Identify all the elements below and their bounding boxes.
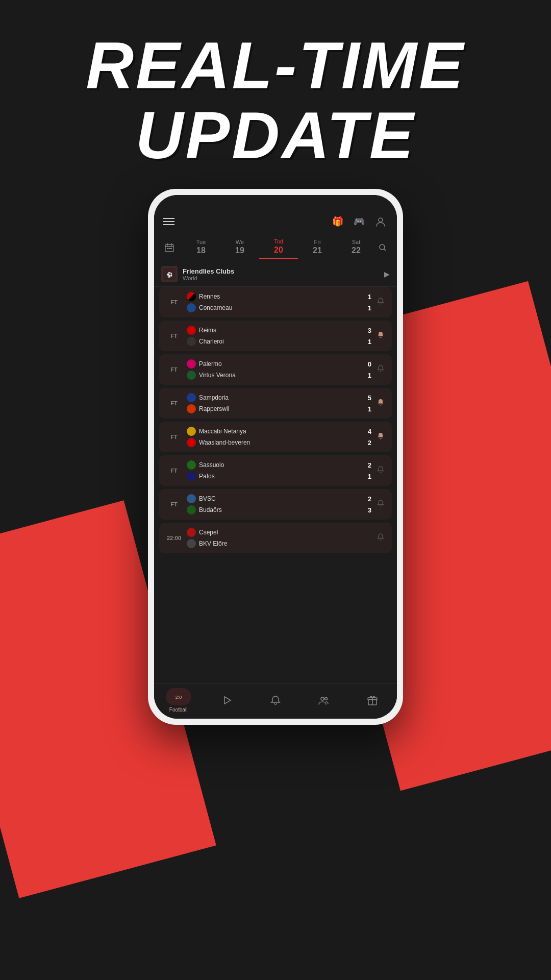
team2-name: Budaörs (199, 506, 361, 513)
team1-logo (187, 494, 196, 503)
date-tab-fri[interactable]: Fri 21 (298, 236, 337, 258)
match-teams: Palermo 0 Virtus Verona 1 (187, 359, 371, 380)
match-teams: BVSC 2 Budaörs 3 (187, 494, 371, 514)
team2-logo (187, 539, 196, 548)
hamburger-menu[interactable] (163, 218, 174, 225)
svg-point-0 (379, 218, 383, 222)
team2-row: Virtus Verona 1 (187, 371, 371, 380)
team2-row: Rapperswil 1 (187, 404, 371, 413)
svg-rect-3 (169, 248, 170, 249)
team1-name: Rennes (199, 293, 361, 300)
team1-logo (187, 460, 196, 470)
match-bell-icon[interactable] (375, 465, 386, 476)
team2-logo (187, 505, 196, 514)
team2-row: BKV Előre (187, 539, 371, 548)
match-time: 22:00 (165, 535, 183, 541)
gift-tab-icon (367, 695, 378, 706)
match-bell-icon[interactable] (375, 297, 386, 307)
bottom-nav-gift[interactable] (357, 695, 388, 706)
team2-row: Waasland-beveren 2 (187, 438, 371, 447)
team1-score: 3 (364, 327, 371, 334)
team2-logo (187, 303, 196, 312)
match-time: FT (165, 299, 183, 305)
hero-line2: UPDATE (0, 101, 551, 170)
svg-rect-4 (170, 248, 172, 249)
team1-score: 5 (364, 394, 371, 402)
league-region: World (183, 275, 384, 281)
match-teams: Reims 3 Charleroi 1 (187, 326, 371, 346)
match-card: FT Reims 3 Charleroi 1 (159, 321, 392, 351)
team1-name: Sampdoria (199, 394, 361, 401)
gamepad-icon[interactable]: 🎮 (352, 214, 366, 229)
match-bell-icon[interactable] (375, 432, 386, 442)
bell-tab-icon (270, 695, 281, 706)
match-time: FT (165, 434, 183, 440)
team2-name: Rapperswil (199, 405, 361, 412)
team1-row: Sampdoria 5 (187, 393, 371, 402)
match-teams: Sassuolo 2 Pafos 1 (187, 460, 371, 481)
team2-name: Charleroi (199, 338, 361, 345)
team2-logo (187, 404, 196, 413)
hero-section: REAL-TIME UPDATE (0, 31, 551, 170)
team2-score: 3 (364, 506, 371, 514)
team2-score: 1 (364, 304, 371, 312)
search-icon[interactable] (375, 240, 390, 255)
match-time: FT (165, 333, 183, 339)
team1-logo (187, 427, 196, 436)
team2-row: Pafos 1 (187, 472, 371, 481)
hero-line1: REAL-TIME (0, 31, 551, 101)
team2-logo (187, 472, 196, 481)
bottom-nav-bell[interactable] (260, 695, 291, 706)
team1-row: Reims 3 (187, 326, 371, 335)
svg-text:2:0: 2:0 (175, 695, 182, 700)
svg-point-11 (321, 697, 324, 700)
date-tab-tue[interactable]: Tue 18 (182, 236, 220, 258)
groups-tab-icon (318, 695, 330, 706)
match-time: FT (165, 366, 183, 373)
team2-logo (187, 438, 196, 447)
phone-frame: 🎁 🎮 (148, 189, 403, 725)
svg-marker-10 (224, 697, 231, 704)
team2-logo (187, 337, 196, 346)
date-tab-wed[interactable]: We 19 (220, 236, 259, 258)
match-bell-icon[interactable] (375, 398, 386, 408)
league-arrow-icon[interactable]: ▶ (384, 270, 390, 278)
profile-icon[interactable] (373, 214, 388, 229)
gift-icon[interactable]: 🎁 (331, 214, 345, 229)
team1-score: 2 (364, 461, 371, 469)
team2-name: Concarneau (199, 304, 361, 311)
team1-name: Palermo (199, 360, 361, 368)
team1-name: Reims (199, 327, 361, 334)
team1-logo (187, 359, 196, 369)
bottom-nav-video[interactable] (212, 695, 242, 706)
team1-logo (187, 528, 196, 537)
match-teams: Csepel BKV Előre (187, 528, 371, 548)
match-bell-icon[interactable] (375, 331, 386, 341)
match-bell-icon[interactable] (375, 533, 386, 543)
team2-name: BKV Előre (199, 540, 371, 547)
bottom-nav-groups[interactable] (309, 695, 339, 706)
nav-icons: 🎁 🎮 (331, 214, 388, 229)
team1-name: BVSC (199, 495, 361, 502)
match-teams: Rennes 1 Concarneau 1 (187, 292, 371, 312)
team1-name: Csepel (199, 529, 371, 536)
match-bell-icon[interactable] (375, 499, 386, 509)
league-header[interactable]: ⚽ Friendlies Clubs World ▶ (154, 262, 397, 287)
match-card: FT Palermo 0 Virtus Verona 1 (159, 354, 392, 385)
team2-row: Budaörs 3 (187, 505, 371, 514)
match-card: FT BVSC 2 Budaörs 3 (159, 489, 392, 520)
match-bell-icon[interactable] (375, 364, 386, 375)
team2-score: 1 (364, 338, 371, 346)
bottom-nav-football[interactable]: 2:0 Football (163, 688, 194, 713)
team2-score: 1 (364, 372, 371, 379)
date-tab-today[interactable]: Tod 20 (259, 236, 298, 259)
matches-list: FT Rennes 1 Concarneau 1 FT Reims 3 (154, 287, 397, 683)
date-tabs: Tue 18 We 19 Tod 20 Fri 21 Sat 22 (154, 233, 397, 262)
team2-name: Waasland-beveren (199, 439, 361, 446)
match-card: FT Maccabi Netanya 4 Waasland-beveren 2 (159, 422, 392, 452)
calendar-icon[interactable] (161, 239, 178, 256)
match-teams: Sampdoria 5 Rapperswil 1 (187, 393, 371, 413)
team2-row: Concarneau 1 (187, 303, 371, 312)
svg-point-12 (325, 698, 328, 700)
date-tab-sat[interactable]: Sat 22 (337, 236, 375, 258)
